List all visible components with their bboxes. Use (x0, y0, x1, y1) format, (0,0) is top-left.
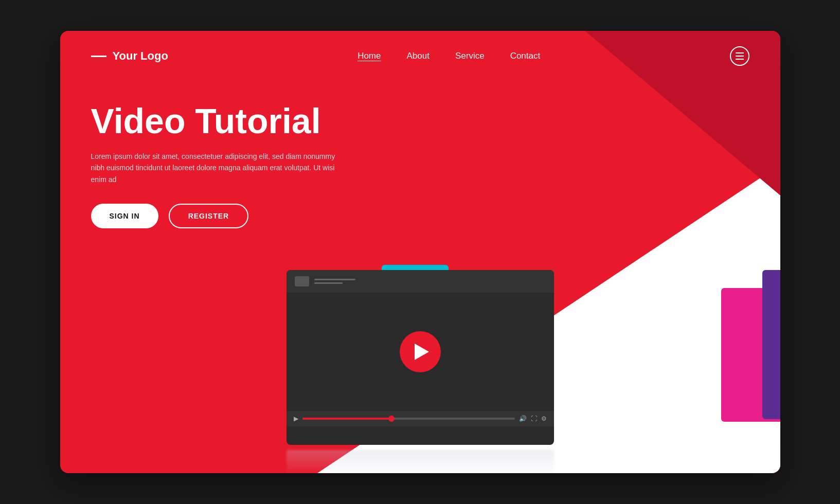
hero-buttons: SIGN IN REGISTER (91, 204, 749, 228)
fullscreen-icon[interactable]: ⛶ (531, 415, 537, 422)
play-button[interactable] (400, 331, 441, 372)
player-thumbnail-icon (295, 276, 309, 286)
nav-item-about[interactable]: About (407, 51, 430, 61)
player-controls: ▶ 🔊 ⛶ ⚙ (287, 411, 554, 426)
video-player: ▶ 🔊 ⛶ ⚙ (287, 270, 554, 445)
nav-link-contact[interactable]: Contact (510, 51, 541, 61)
nav-item-home[interactable]: Home (358, 51, 381, 61)
player-reflection (287, 450, 554, 473)
player-title-line-2 (314, 282, 343, 284)
nav-link-service[interactable]: Service (455, 51, 485, 61)
player-header (287, 270, 554, 293)
hamburger-line-2 (736, 56, 744, 57)
player-body (287, 293, 554, 411)
nav-item-service[interactable]: Service (455, 51, 485, 61)
hero-section: Video Tutorial Lorem ipsum dolor sit ame… (60, 81, 780, 228)
play-pause-icon[interactable]: ▶ (294, 415, 298, 422)
signin-button[interactable]: SIGN IN (91, 204, 158, 228)
nav-links: Home About Service Contact (358, 51, 540, 61)
hamburger-button[interactable] (730, 46, 749, 66)
register-button[interactable]: REGISTER (169, 204, 249, 228)
play-icon (415, 344, 429, 360)
progress-dot (388, 416, 395, 422)
hamburger-line-3 (736, 59, 744, 60)
navbar: Your Logo Home About Service Contact (60, 31, 780, 81)
progress-bar[interactable] (302, 418, 515, 420)
player-title-lines (314, 279, 355, 284)
logo: Your Logo (91, 49, 168, 63)
landing-page: Your Logo Home About Service Contact (60, 31, 780, 473)
browser-frame: Your Logo Home About Service Contact (60, 31, 780, 473)
volume-icon[interactable]: 🔊 (519, 415, 527, 422)
hero-description: Lorem ipsum dolor sit amet, consectetuer… (91, 151, 338, 185)
progress-fill (302, 418, 391, 420)
nav-link-about[interactable]: About (407, 51, 430, 61)
hamburger-line-1 (736, 52, 744, 53)
card-purple (762, 270, 780, 419)
settings-icon[interactable]: ⚙ (541, 415, 547, 422)
player-title-line-1 (314, 279, 355, 280)
logo-text: Your Logo (113, 49, 168, 63)
logo-dash-icon (91, 56, 106, 57)
hero-title: Video Tutorial (91, 102, 749, 140)
nav-link-home[interactable]: Home (358, 51, 381, 61)
nav-item-contact[interactable]: Contact (510, 51, 541, 61)
